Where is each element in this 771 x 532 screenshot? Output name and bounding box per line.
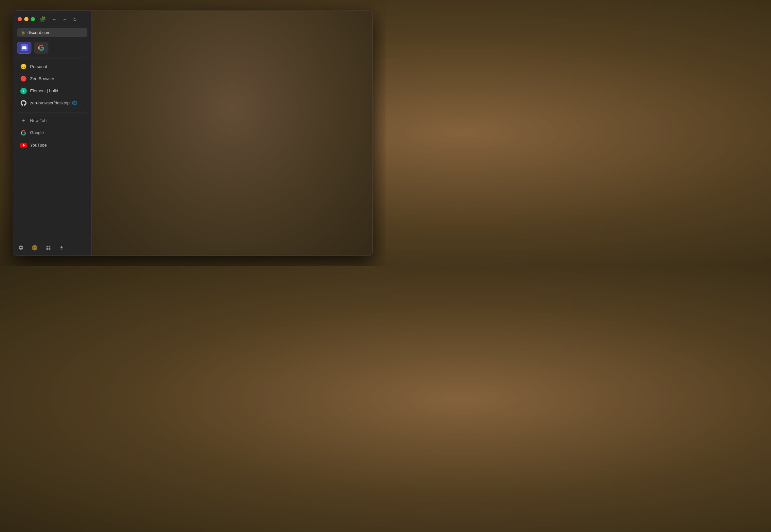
- new-tab-label: New Tab: [30, 118, 46, 123]
- forward-button[interactable]: →: [61, 16, 68, 23]
- maximize-button[interactable]: [31, 17, 35, 21]
- bookmark-zen-desktop[interactable]: zen-browser/desktop: 🌐 Exp: [15, 97, 89, 109]
- element-icon: [20, 88, 27, 94]
- back-button[interactable]: ←: [51, 16, 58, 23]
- tab-google[interactable]: [34, 42, 48, 54]
- sidebar-footer: 😊: [13, 240, 91, 256]
- google-tab-favicon: [38, 44, 45, 51]
- bookmark-element-label: Element | build: [30, 88, 58, 93]
- lock-icon: 🔒: [21, 30, 26, 35]
- profile-button[interactable]: 😊: [30, 243, 39, 252]
- svg-rect-4: [46, 248, 48, 250]
- bookmark-personal-label: Personal: [30, 64, 47, 69]
- google-quick-label: Google: [30, 130, 44, 135]
- extensions-button[interactable]: 🧩: [38, 15, 47, 23]
- svg-marker-1: [23, 144, 26, 147]
- divider-2: [17, 113, 87, 113]
- address-bar[interactable]: 🔒 discord.com: [17, 28, 87, 37]
- address-bar-container: 🔒 discord.com: [13, 28, 91, 41]
- minimize-button[interactable]: [24, 17, 28, 21]
- svg-rect-3: [49, 246, 50, 247]
- personal-icon: 😊: [20, 63, 27, 70]
- github-icon: [20, 100, 27, 106]
- bookmark-zen-browser[interactable]: 🔴 Zen Browser: [15, 73, 89, 85]
- titlebar: 🧩 ← → ↻: [13, 11, 91, 28]
- svg-rect-5: [49, 248, 50, 250]
- url-text: discord.com: [27, 30, 50, 35]
- main-content: [92, 11, 372, 256]
- browser-window: 🧩 ← → ↻ 🔒 discord.com: [13, 10, 373, 256]
- close-button[interactable]: [18, 17, 22, 21]
- bookmark-personal[interactable]: 😊 Personal: [15, 61, 89, 73]
- zen-browser-icon: 🔴: [20, 76, 27, 82]
- quick-access-youtube[interactable]: YouTube: [15, 139, 89, 151]
- youtube-quick-label: YouTube: [30, 143, 47, 148]
- settings-button[interactable]: [17, 244, 25, 252]
- youtube-icon: [20, 142, 27, 149]
- plus-icon: +: [20, 118, 27, 124]
- google-quick-icon: [20, 130, 27, 136]
- bookmark-zen-desktop-label: zen-browser/desktop: 🌐 Exp: [30, 100, 84, 105]
- bookmark-element[interactable]: Element | build: [15, 85, 89, 97]
- refresh-button[interactable]: ↻: [72, 16, 78, 23]
- sidebar: 🧩 ← → ↻ 🔒 discord.com: [13, 11, 92, 256]
- download-button[interactable]: [58, 244, 65, 252]
- bookmarks-section: 😊 Personal 🔴 Zen Browser Element | build: [13, 59, 91, 111]
- tabs-button[interactable]: [45, 244, 52, 252]
- bookmark-zen-browser-label: Zen Browser: [30, 76, 54, 81]
- tab-discord[interactable]: [17, 42, 31, 54]
- discord-favicon: [21, 44, 28, 51]
- quick-access-google[interactable]: Google: [15, 127, 89, 139]
- divider-1: [17, 58, 87, 58]
- new-tab-button[interactable]: + New Tab: [15, 115, 89, 126]
- svg-rect-2: [46, 246, 48, 247]
- tabs-area: [13, 41, 91, 56]
- youtube-logo: [20, 143, 27, 148]
- traffic-lights: [18, 17, 35, 21]
